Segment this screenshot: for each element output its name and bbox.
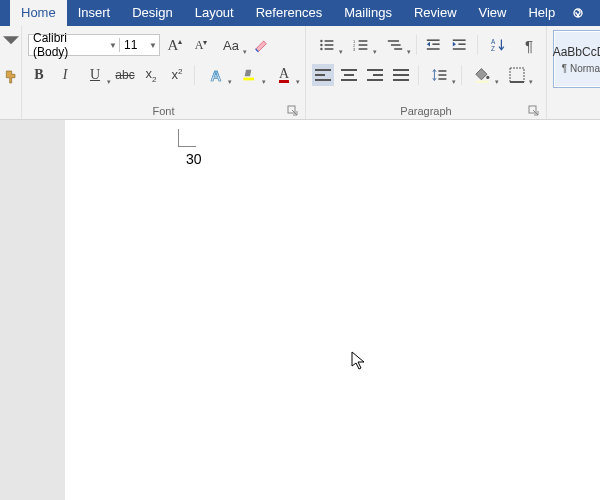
paragraph-group: ▾ 123▾ ▾ AZ ¶ (306, 26, 547, 119)
decrease-indent-button[interactable] (423, 34, 445, 56)
svg-rect-7 (325, 44, 334, 46)
borders-button[interactable]: ▾ (502, 64, 532, 86)
tab-layout[interactable]: Layout (184, 0, 245, 26)
svg-rect-20 (432, 43, 439, 45)
ribbon-tabs: Home Insert Design Layout References Mai… (0, 0, 600, 26)
increase-indent-button[interactable] (449, 34, 471, 56)
mouse-cursor-icon (351, 351, 367, 374)
font-name-combo[interactable]: Calibri (Body) ▼ 11 ▼ (28, 34, 160, 56)
style-name: ¶ Normal (562, 63, 600, 74)
shrink-font-button[interactable]: A▾ (190, 34, 212, 56)
font-color-button[interactable]: A▾ (269, 64, 299, 86)
tab-references[interactable]: References (245, 0, 333, 26)
svg-rect-38 (393, 79, 409, 81)
svg-rect-9 (325, 48, 334, 50)
svg-rect-33 (367, 69, 383, 71)
change-case-button[interactable]: Aa▾ (216, 34, 246, 56)
text-effects-button[interactable]: A▾ (201, 64, 231, 86)
tab-mailings[interactable]: Mailings (333, 0, 403, 26)
svg-rect-39 (438, 70, 446, 72)
svg-rect-5 (325, 40, 334, 42)
strikethrough-button[interactable]: abc (114, 64, 136, 86)
chevron-down-icon[interactable]: ▼ (107, 41, 119, 50)
tab-design[interactable]: Design (121, 0, 183, 26)
svg-point-6 (320, 44, 322, 46)
align-left-button[interactable] (312, 64, 334, 86)
svg-rect-16 (388, 40, 399, 42)
svg-rect-32 (341, 79, 357, 81)
multilevel-list-button[interactable]: ▾ (380, 34, 410, 56)
line-spacing-button[interactable]: ▾ (425, 64, 455, 86)
numbering-button[interactable]: 123▾ (346, 34, 376, 56)
svg-rect-13 (359, 44, 368, 46)
paste-caret-icon[interactable] (0, 34, 22, 48)
justify-button[interactable] (390, 64, 412, 86)
svg-rect-31 (344, 74, 354, 76)
svg-rect-28 (315, 74, 325, 76)
svg-rect-41 (438, 78, 446, 80)
font-dialog-launcher-icon[interactable] (287, 105, 299, 117)
svg-rect-29 (315, 79, 331, 81)
svg-rect-34 (373, 74, 383, 76)
svg-rect-27 (315, 69, 331, 71)
shading-button[interactable]: ▾ (468, 64, 498, 86)
svg-text:Z: Z (491, 45, 495, 52)
tell-me-icon[interactable] (570, 0, 586, 26)
svg-rect-18 (394, 48, 402, 50)
page-corner-marker: 30 (178, 129, 196, 147)
clear-formatting-button[interactable] (250, 34, 272, 56)
svg-point-1 (578, 15, 579, 16)
format-painter-icon[interactable] (0, 66, 22, 88)
svg-point-8 (320, 48, 322, 50)
paragraph-dialog-launcher-icon[interactable] (528, 105, 540, 117)
svg-rect-35 (367, 79, 383, 81)
superscript-button[interactable]: x2 (166, 64, 188, 86)
tab-help[interactable]: Help (517, 0, 566, 26)
font-size-value[interactable]: 11 (119, 38, 147, 52)
document-text: 30 (186, 151, 202, 167)
svg-rect-40 (438, 74, 446, 76)
italic-button[interactable]: I (54, 64, 76, 86)
sort-button[interactable]: AZ (484, 34, 514, 56)
align-center-button[interactable] (338, 64, 360, 86)
show-marks-button[interactable]: ¶ (518, 34, 540, 56)
svg-point-42 (486, 76, 489, 79)
tab-home[interactable]: Home (10, 0, 67, 26)
svg-rect-44 (510, 68, 524, 82)
subscript-button[interactable]: x2 (140, 64, 162, 86)
clipboard-group-partial (0, 26, 22, 119)
style-normal[interactable]: AaBbCcDc ¶ Normal (553, 30, 600, 88)
svg-point-4 (320, 40, 322, 42)
svg-rect-30 (341, 69, 357, 71)
tab-insert[interactable]: Insert (67, 0, 122, 26)
svg-rect-15 (359, 48, 368, 50)
bold-button[interactable]: B (28, 64, 50, 86)
svg-rect-36 (393, 69, 409, 71)
tab-view[interactable]: View (468, 0, 518, 26)
highlight-button[interactable]: ▾ (235, 64, 265, 86)
workspace: 30 (0, 120, 600, 500)
svg-rect-24 (453, 48, 466, 50)
svg-rect-43 (476, 81, 489, 83)
left-gutter (0, 120, 65, 500)
font-group: Calibri (Body) ▼ 11 ▼ A▴ A▾ Aa▾ B I U▾ a… (22, 26, 306, 119)
style-preview: AaBbCcDc (553, 45, 600, 59)
tab-review[interactable]: Review (403, 0, 468, 26)
styles-group: AaBbCcDc ¶ Normal Aa ¶ N (547, 26, 600, 119)
document-page[interactable]: 30 (65, 120, 600, 500)
chevron-down-icon[interactable]: ▼ (147, 41, 159, 50)
svg-rect-22 (453, 39, 466, 41)
svg-rect-19 (427, 39, 440, 41)
svg-text:A: A (491, 38, 496, 45)
font-group-label: Font (28, 103, 299, 118)
bullets-button[interactable]: ▾ (312, 34, 342, 56)
underline-button[interactable]: U▾ (80, 64, 110, 86)
ribbon: Calibri (Body) ▼ 11 ▼ A▴ A▾ Aa▾ B I U▾ a… (0, 26, 600, 120)
svg-rect-2 (243, 78, 254, 81)
paragraph-group-label: Paragraph (312, 103, 540, 118)
font-name-value: Calibri (Body) (29, 31, 107, 59)
svg-text:3: 3 (353, 47, 356, 52)
align-right-button[interactable] (364, 64, 386, 86)
svg-rect-21 (427, 48, 440, 50)
grow-font-button[interactable]: A▴ (164, 34, 186, 56)
